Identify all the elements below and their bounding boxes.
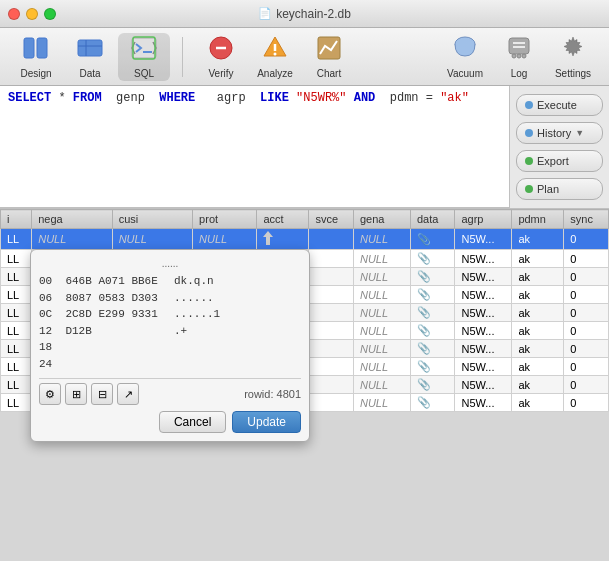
tool-external-button[interactable]: ↗ [117,383,139,405]
rowid-label: rowid: 4801 [244,388,301,400]
filter-sync: 0 [564,229,609,250]
export-button[interactable]: Export [516,150,603,172]
toolbar-log[interactable]: Log [493,33,545,81]
toolbar-data[interactable]: Data [64,33,116,81]
vacuum-icon [451,34,479,65]
filter-data: 📎 [410,229,455,250]
cell-agrp: N5W... [455,250,512,268]
window-title: 📄 keychain-2.db [258,7,351,21]
sql-icon [130,34,158,65]
col-header-gena[interactable]: gena [353,210,410,229]
chart-label: Chart [317,68,341,79]
col-header-pdmn[interactable]: pdmn [512,210,564,229]
svg-rect-5 [132,38,156,58]
popup-action-buttons: Cancel Update [39,411,301,433]
design-label: Design [20,68,51,79]
history-button[interactable]: History ▼ [516,122,603,144]
sql-text: SELECT * FROM genp WHERE agrp LIKE "N5WR… [8,90,469,107]
filter-acct [257,229,309,250]
plan-dot [525,185,533,193]
action-panel: Execute History ▼ Export Plan [509,86,609,208]
ascii-view: dk.q.n ...... ......1 .+ [174,273,301,372]
filter-agrp: N5W... [455,229,512,250]
history-label: History [537,127,571,139]
chart-icon [315,34,343,65]
toolbar-vacuum[interactable]: Vacuum [439,33,491,81]
analyze-label: Analyze [257,68,293,79]
edit-popup: ...... 00 646B A071 BB6E 06 8087 0583 D3… [30,249,310,442]
col-header-i[interactable]: i [1,210,32,229]
cell-data: 📎 [410,250,455,268]
svg-rect-0 [24,38,34,58]
popup-dots: ...... [39,258,301,269]
table-header: i nega cusi prot acct svce gena data agr… [1,210,609,229]
execute-button[interactable]: Execute [516,94,603,116]
sql-label: SQL [134,68,154,79]
close-button[interactable] [8,8,20,20]
svg-point-18 [522,54,526,58]
cancel-button[interactable]: Cancel [159,411,226,433]
svg-rect-2 [78,40,102,56]
history-dot [525,129,533,137]
maximize-button[interactable] [44,8,56,20]
svg-point-12 [274,53,277,56]
svg-point-17 [517,54,521,58]
filter-prot: NULL [193,229,257,250]
main-layout: i nega cusi prot acct svce gena data agr… [0,209,609,561]
col-header-acct[interactable]: acct [257,210,309,229]
col-header-data[interactable]: data [410,210,455,229]
settings-label: Settings [555,68,591,79]
filter-i: LL [1,229,32,250]
update-button[interactable]: Update [232,411,301,433]
design-icon [22,34,50,65]
tool-settings-button[interactable]: ⚙ [39,383,61,405]
toolbar-sep-1 [182,37,183,77]
filter-cusi: NULL [112,229,192,250]
sql-editor[interactable]: SELECT * FROM genp WHERE agrp LIKE "N5WR… [0,86,509,208]
col-header-nega[interactable]: nega [32,210,112,229]
tools-group: Verify Analyze Chart [195,33,355,81]
filter-pdmn: ak [512,229,564,250]
svg-rect-15 [509,38,529,54]
execute-dot [525,101,533,109]
svg-marker-22 [263,231,273,245]
cell-svce [309,250,354,268]
main-toolbar-group: Design Data [10,33,170,81]
vacuum-label: Vacuum [447,68,483,79]
data-table-area: i nega cusi prot acct svce gena data agr… [0,209,609,561]
toolbar-design[interactable]: Design [10,33,62,81]
toolbar: Design Data [0,28,609,86]
analyze-icon [261,34,289,65]
minimize-button[interactable] [26,8,38,20]
verify-icon [207,34,235,65]
export-dot [525,157,533,165]
col-header-cusi[interactable]: cusi [112,210,192,229]
filter-gena: NULL [353,229,410,250]
far-right-tools: Vacuum Log Setti [439,33,599,81]
title-text: keychain-2.db [276,7,351,21]
toolbar-analyze[interactable]: Analyze [249,33,301,81]
cell-i: LL [1,250,32,268]
toolbar-chart[interactable]: Chart [303,33,355,81]
toolbar-settings[interactable]: Settings [547,33,599,81]
toolbar-verify[interactable]: Verify [195,33,247,81]
svg-rect-1 [37,38,47,58]
tool-import-button[interactable]: ⊞ [65,383,87,405]
data-clip-icon: 📎 [417,233,431,245]
acct-arrow-icon [263,231,273,245]
verify-label: Verify [208,68,233,79]
execute-label: Execute [537,99,577,111]
window-controls [8,8,56,20]
log-icon [505,34,533,65]
plan-button[interactable]: Plan [516,178,603,200]
plan-label: Plan [537,183,559,195]
popup-footer: ⚙ ⊞ ⊟ ↗ rowid: 4801 [39,378,301,405]
toolbar-sql[interactable]: SQL [118,33,170,81]
tool-export-button[interactable]: ⊟ [91,383,113,405]
filter-nega: NULL [32,229,112,250]
col-header-agrp[interactable]: agrp [455,210,512,229]
col-header-prot[interactable]: prot [193,210,257,229]
col-header-sync[interactable]: sync [564,210,609,229]
data-icon [76,34,104,65]
col-header-svce[interactable]: svce [309,210,354,229]
